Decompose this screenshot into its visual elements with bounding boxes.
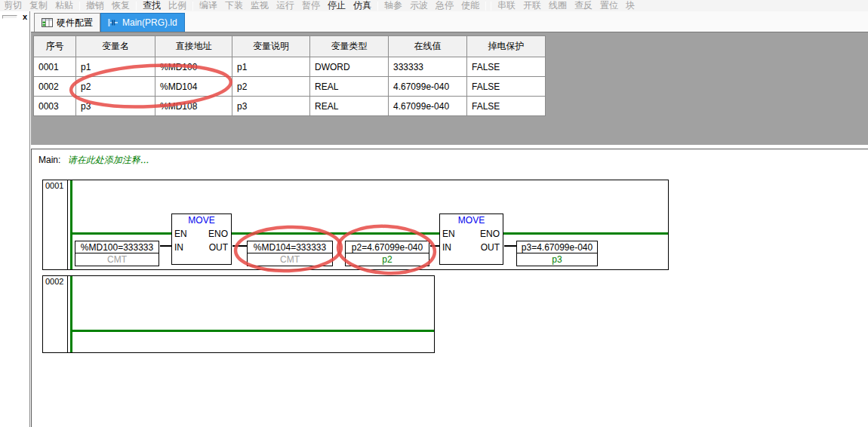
toolbar-invert[interactable]: 查反	[571, 0, 596, 11]
toolbar-separator	[79, 2, 80, 11]
left-dock-panel: x	[0, 11, 30, 427]
pin-out: OUT	[481, 242, 500, 253]
toolbar-separator	[377, 2, 378, 11]
toolbar-series-contact[interactable]: 串联	[494, 0, 519, 11]
toolbar-set[interactable]: 置位	[596, 0, 622, 11]
pin-en: EN	[174, 229, 187, 239]
cell-index[interactable]: 0002	[34, 77, 76, 97]
table-row: 0001 p1 %MD100 p1 DWORD 333333 FALSE	[34, 57, 546, 77]
toolbar-parallel-contact[interactable]: 开联	[519, 0, 545, 11]
cell-retain[interactable]: FALSE	[467, 97, 546, 116]
toolbar-axis-params[interactable]: 轴参	[380, 0, 406, 11]
cell-var-name[interactable]: p1	[76, 57, 155, 77]
pin-en: EN	[442, 229, 455, 239]
table-row: 0003 p3 %MD108 p3 REAL 4.67099e-040 FALS…	[34, 97, 546, 116]
cell-retain[interactable]: FALSE	[467, 77, 546, 97]
cell-direct-address[interactable]: %MD100	[155, 57, 232, 77]
cell-online-value[interactable]: 333333	[389, 57, 467, 77]
tab-hardware-config-label: 硬件配置	[57, 17, 93, 29]
pin-out: OUT	[209, 242, 228, 253]
operand-var-name: p3	[517, 253, 597, 266]
variable-table-panel: 序号 变量名 直接地址 变量说明 变量类型 在线值 掉电保护 0001 p1 %…	[31, 32, 868, 145]
rung-number: 0001	[43, 180, 68, 269]
toolbar-redo[interactable]: 恢复	[108, 0, 134, 11]
ladder-rung-0001[interactable]: 0001 %MD100=333333 CMT MOVE EN ENO IN OU…	[42, 180, 669, 270]
toolbar-coil[interactable]: 线圈	[545, 0, 571, 11]
cell-var-type[interactable]: REAL	[310, 97, 389, 116]
toolbar-separator	[485, 2, 486, 11]
toolbar-separator	[136, 2, 137, 11]
col-header-var-name: 变量名	[76, 36, 155, 57]
toolbar-pause[interactable]: 暂停	[298, 0, 324, 11]
rung-power-line	[72, 232, 668, 235]
close-icon[interactable]: x	[20, 12, 29, 23]
toolbar-emergency-stop[interactable]: 急停	[432, 0, 457, 11]
operand-move1-input[interactable]: %MD100=333333 CMT	[75, 241, 159, 266]
operand-move2-input[interactable]: p2=4.67099e-040 p2	[345, 241, 429, 266]
cell-index[interactable]: 0001	[34, 57, 76, 77]
move-function-block-1[interactable]: MOVE EN ENO IN OUT	[171, 214, 232, 265]
ladder-editor[interactable]: Main: 请在此处添加注释... 0001 %MD100=333333 CMT…	[31, 149, 868, 427]
toolbar-separator	[192, 2, 193, 11]
col-header-var-type: 变量类型	[310, 36, 389, 57]
toolbar-enable[interactable]: 使能	[457, 0, 483, 11]
cell-var-name[interactable]: p2	[76, 77, 155, 97]
col-header-direct-address: 直接地址	[155, 36, 232, 57]
toolbar-monitor[interactable]: 监视	[247, 0, 272, 11]
cell-var-description[interactable]: p3	[232, 97, 310, 116]
toolbar-copy[interactable]: 复制	[26, 0, 51, 11]
program-comment[interactable]: 请在此处添加注释...	[68, 155, 149, 165]
toolbar-oscilloscope[interactable]: 示波	[406, 0, 432, 11]
variable-table-header-row: 序号 变量名 直接地址 变量说明 变量类型 在线值 掉电保护	[34, 36, 546, 57]
operand-value: %MD100=333333	[75, 241, 159, 253]
program-name-label: Main:	[38, 155, 60, 165]
tab-main-program-label: Main(PRG).ld	[122, 17, 177, 28]
wire	[232, 245, 247, 247]
cell-direct-address[interactable]: %MD104	[155, 77, 232, 97]
ladder-rung-0002[interactable]: 0002	[42, 275, 435, 353]
col-header-retain: 掉电保护	[467, 36, 546, 57]
rung-power-line	[72, 330, 434, 332]
power-rail	[70, 180, 72, 269]
cell-var-type[interactable]: DWORD	[310, 57, 389, 77]
cell-retain[interactable]: FALSE	[467, 57, 546, 77]
move-function-block-2[interactable]: MOVE EN ENO IN OUT	[439, 214, 503, 265]
toolbar-stop[interactable]: 停止	[324, 0, 349, 11]
cell-var-description[interactable]: p2	[232, 77, 310, 97]
operand-value: p2=4.67099e-040	[346, 241, 429, 253]
toolbar-zoom-ratio[interactable]: 比例	[165, 0, 190, 11]
toolbar-compile[interactable]: 编译	[195, 0, 221, 11]
operand-move1-output[interactable]: %MD104=333333 CMT	[247, 241, 333, 266]
toolbar-simulate[interactable]: 仿真	[349, 0, 375, 11]
toolbar-undo[interactable]: 撤销	[82, 0, 108, 11]
block-title: MOVE	[440, 215, 503, 226]
cell-direct-address[interactable]: %MD108	[155, 97, 232, 116]
operand-move2-output[interactable]: p3=4.67099e-040 p3	[516, 241, 598, 266]
main-toolbar: 剪切 复制 粘贴 撤销 恢复 查找 比例 编译 下装 监视 运行 暂停 停止 仿…	[0, 0, 868, 11]
cell-var-type[interactable]: REAL	[310, 77, 389, 97]
toolbar-run[interactable]: 运行	[272, 0, 298, 11]
cell-var-name[interactable]: p3	[76, 97, 155, 116]
pin-eno: ENO	[208, 229, 228, 239]
tab-hardware-config[interactable]: 硬件配置	[34, 13, 100, 32]
rung-number: 0002	[43, 276, 68, 352]
operand-value: %MD104=333333	[248, 241, 332, 253]
variable-table: 序号 变量名 直接地址 变量说明 变量类型 在线值 掉电保护 0001 p1 %…	[33, 35, 546, 116]
toolbar-find[interactable]: 查找	[139, 0, 165, 11]
operand-value: p3=4.67099e-040	[517, 241, 597, 253]
tab-main-program[interactable]: Main(PRG).ld	[100, 13, 185, 32]
toolbar-paste[interactable]: 粘贴	[51, 0, 77, 11]
hardware-config-icon	[42, 18, 53, 27]
pin-eno: ENO	[480, 229, 500, 239]
toolbar-download[interactable]: 下装	[221, 0, 247, 11]
dock-drag-handle[interactable]	[2, 15, 17, 19]
document-tabbar: 硬件配置 Main(PRG).ld	[31, 11, 868, 32]
cell-var-description[interactable]: p1	[232, 57, 310, 77]
toolbar-block[interactable]: 块	[622, 0, 639, 11]
col-header-index: 序号	[34, 36, 76, 57]
cell-online-value[interactable]: 4.67099e-040	[389, 97, 467, 116]
toolbar-cut[interactable]: 剪切	[0, 0, 26, 11]
cell-index[interactable]: 0003	[34, 97, 76, 116]
power-rail	[70, 276, 72, 352]
cell-online-value[interactable]: 4.67099e-040	[389, 77, 467, 97]
